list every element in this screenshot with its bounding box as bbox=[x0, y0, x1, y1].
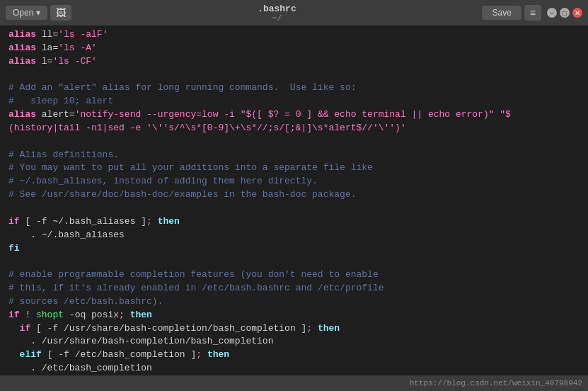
menu-button[interactable]: ≡ bbox=[524, 5, 541, 21]
code-content: alias ll='ls -alF' alias la='ls -A' alia… bbox=[0, 28, 588, 375]
statusbar: https://blog.csdn.net/weixin_40798942 bbox=[0, 375, 588, 391]
open-button[interactable]: Open ▾ bbox=[6, 6, 47, 20]
maximize-button[interactable]: □ bbox=[560, 8, 570, 18]
open-label: Open bbox=[13, 8, 33, 18]
close-button[interactable]: ✕ bbox=[572, 8, 582, 18]
filepath-label: ~/ bbox=[272, 14, 282, 23]
dropdown-arrow-icon: ▾ bbox=[36, 8, 40, 18]
minimize-button[interactable]: − bbox=[547, 8, 557, 18]
url-label: https://blog.csdn.net/weixin_40798942 bbox=[410, 379, 582, 387]
titlebar-center: .bashrc ~/ bbox=[258, 4, 296, 23]
image-button[interactable]: 🖼 bbox=[50, 5, 71, 21]
titlebar: Open ▾ 🖼 .bashrc ~/ Save ≡ − □ ✕ bbox=[0, 0, 588, 26]
window-controls: − □ ✕ bbox=[547, 8, 582, 18]
filename-label: .bashrc bbox=[258, 4, 296, 14]
titlebar-left: Open ▾ 🖼 bbox=[6, 5, 71, 21]
titlebar-right: Save ≡ − □ ✕ bbox=[482, 5, 582, 21]
code-editor[interactable]: alias ll='ls -alF' alias la='ls -A' alia… bbox=[0, 26, 588, 375]
save-button[interactable]: Save bbox=[482, 6, 521, 20]
